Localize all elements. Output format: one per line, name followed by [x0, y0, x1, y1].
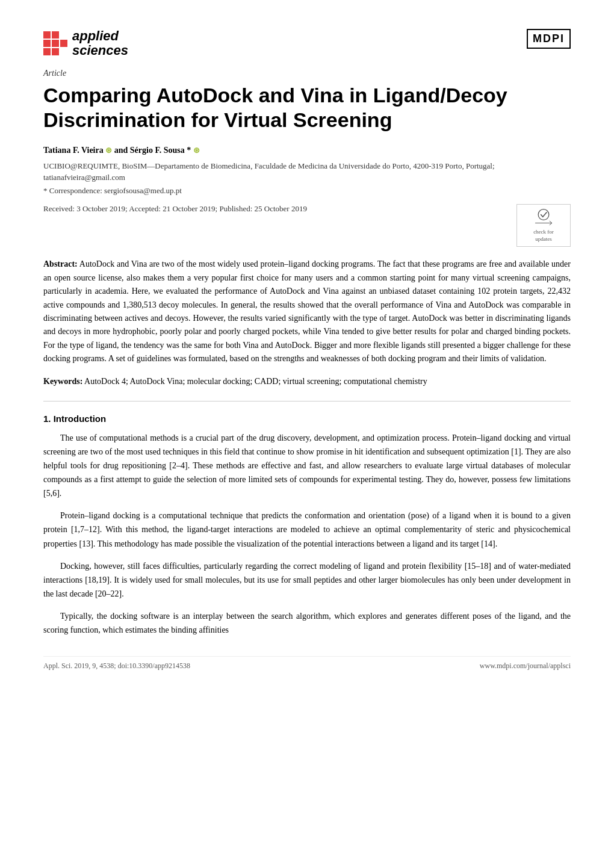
keywords-section: Keywords: AutoDock 4; AutoDock Vina; mol… [43, 375, 571, 388]
abstract-text: AutoDock and Vina are two of the most wi… [43, 259, 571, 363]
abstract-section: Abstract: AutoDock and Vina are two of t… [43, 258, 571, 365]
author1-name: Tatiana F. Vieira [43, 146, 104, 155]
orcid2-icon: ⊛ [193, 146, 200, 155]
logo-grid-icon [43, 31, 67, 55]
check-updates-badge: check for updates [516, 204, 571, 247]
page-header: applied sciences MDPI [43, 29, 571, 58]
section1-heading: 1. Introduction [43, 414, 571, 424]
page: applied sciences MDPI Article Comparing … [0, 0, 614, 868]
logo-cell [43, 48, 51, 55]
section1-para2: Protein–ligand docking is a computationa… [43, 509, 571, 550]
authors-and: and [114, 146, 130, 155]
abstract-label: Abstract: [43, 259, 78, 268]
orcid1-icon: ⊛ [105, 146, 112, 155]
correspondence-line: * Correspondence: sergiofsousa@med.up.pt [43, 186, 571, 196]
affiliation-line1: UCIBIO@REQUIMTE, BioSIM—Departamento de … [43, 160, 571, 184]
logo-cell [43, 31, 51, 39]
publication-dates: Received: 3 October 2019; Accepted: 21 O… [43, 204, 504, 214]
author2-name: Sérgio F. Sousa * [130, 146, 191, 155]
logo-cell [60, 48, 67, 55]
logo-cell [52, 31, 59, 39]
article-title: Comparing AutoDock and Vina in Ligand/De… [43, 83, 571, 132]
footer-website: www.mdpi.com/journal/applsci [480, 662, 571, 671]
journal-name-block: applied sciences [72, 29, 128, 58]
authors-line: Tatiana F. Vieira ⊛ and Sérgio F. Sousa … [43, 146, 571, 155]
footer-citation: Appl. Sci. 2019, 9, 4538; doi:10.3390/ap… [43, 662, 190, 671]
keywords-text: AutoDock 4; AutoDock Vina; molecular doc… [82, 377, 427, 386]
publisher-logo: MDPI [527, 29, 571, 49]
check-updates-label: check for updates [533, 229, 554, 243]
section-divider [43, 401, 571, 401]
logo-cell [52, 40, 59, 47]
section1-para3: Docking, however, still faces difficulti… [43, 559, 571, 601]
article-type: Article [43, 69, 571, 78]
logo-cell [60, 40, 67, 47]
logo-cell [43, 40, 51, 47]
journal-logo: applied sciences [43, 29, 128, 58]
svg-point-0 [538, 209, 549, 220]
keywords-label: Keywords: [43, 377, 82, 386]
journal-name-applied: applied [72, 29, 128, 43]
logo-cell [60, 31, 67, 39]
logo-cell [52, 48, 59, 55]
section1-para4: Typically, the docking software is an in… [43, 609, 571, 637]
check-updates-icon [532, 208, 555, 226]
section1-para1: The use of computational methods is a cr… [43, 431, 571, 500]
journal-name-sciences: sciences [72, 43, 128, 58]
page-footer: Appl. Sci. 2019, 9, 4538; doi:10.3390/ap… [43, 656, 571, 671]
dates-row: Received: 3 October 2019; Accepted: 21 O… [43, 204, 571, 247]
